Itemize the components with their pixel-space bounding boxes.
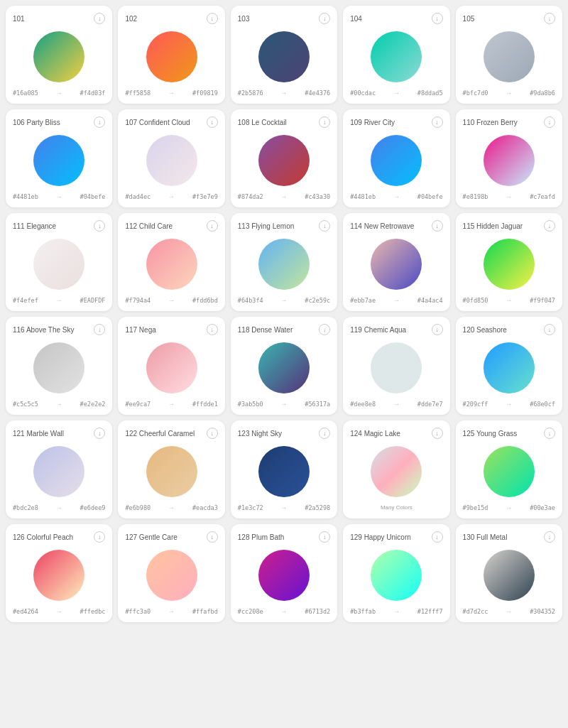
from-color: #0fd850 (463, 297, 488, 304)
download-button[interactable]: ↓ (544, 531, 555, 543)
arrow-icon: → (280, 504, 287, 511)
to-color: #4a4ac4 (417, 297, 443, 304)
to-color: #e6dee9 (80, 504, 106, 511)
color-values: #bdc2e8→#e6dee9 (13, 504, 105, 511)
to-color: #12fff7 (417, 608, 443, 615)
to-color: #8ddad5 (417, 89, 443, 97)
gradient-card: 120 Seashore↓#209cff→#68e0cf (456, 317, 562, 415)
download-button[interactable]: ↓ (207, 324, 218, 335)
download-button[interactable]: ↓ (544, 13, 555, 24)
download-button[interactable]: ↓ (94, 116, 105, 128)
from-color: #ebb7ae (350, 297, 376, 304)
download-button[interactable]: ↓ (319, 116, 330, 128)
card-title: 125 Young Grass (463, 430, 518, 438)
to-color: #68e0cf (530, 401, 555, 408)
to-color: #fdd6bd (192, 297, 218, 304)
download-button[interactable]: ↓ (544, 324, 555, 335)
gradient-circle (146, 31, 197, 82)
download-button[interactable]: ↓ (432, 531, 443, 543)
card-title: 123 Night Sky (238, 430, 282, 438)
gradient-card: 128 Plum Bath↓#cc208e→#6713d2 (231, 524, 337, 622)
gradient-circle (484, 239, 535, 290)
gradient-card: 109 River City↓#4481eb→#04befe (343, 109, 449, 207)
download-button[interactable]: ↓ (432, 428, 443, 439)
gradient-circle (33, 446, 84, 497)
card-title: 127 Gentle Care (125, 533, 177, 541)
arrow-icon: → (56, 297, 62, 304)
card-title: 129 Happy Unicorn (350, 533, 411, 541)
download-button[interactable]: ↓ (319, 220, 330, 232)
to-color: #9da8b6 (530, 89, 555, 97)
color-values: #9be15d→#00e3ae (463, 504, 555, 511)
to-color: #ffafbd (192, 608, 218, 615)
many-colors-label: Many Colors (381, 504, 413, 511)
gradient-circle (484, 342, 535, 393)
download-button[interactable]: ↓ (207, 531, 218, 543)
to-color: #ffedbc (80, 608, 106, 615)
to-color: #e2e2e2 (80, 401, 106, 408)
download-button[interactable]: ↓ (207, 116, 218, 128)
arrow-icon: → (506, 193, 512, 200)
gradient-circle (258, 135, 310, 186)
card-title: 111 Elegance (13, 222, 56, 230)
download-button[interactable]: ↓ (319, 531, 330, 543)
download-button[interactable]: ↓ (432, 220, 443, 232)
download-button[interactable]: ↓ (207, 428, 218, 439)
from-color: #dad4ec (125, 193, 151, 200)
download-button[interactable]: ↓ (432, 13, 443, 24)
to-color: #eacda3 (192, 504, 218, 511)
arrow-icon: → (280, 297, 287, 304)
download-button[interactable]: ↓ (544, 116, 555, 128)
download-button[interactable]: ↓ (94, 324, 105, 335)
card-title: 112 Child Care (125, 222, 173, 230)
to-color: #304352 (530, 608, 555, 615)
to-color: #c2e59c (305, 297, 330, 304)
to-color: #ffdde1 (192, 401, 218, 408)
download-button[interactable]: ↓ (319, 324, 330, 335)
card-title: 120 Seashore (463, 326, 507, 334)
download-button[interactable]: ↓ (94, 13, 105, 24)
card-title: 101 (13, 15, 25, 23)
download-button[interactable]: ↓ (319, 428, 330, 439)
gradient-card: 114 New Retrowave↓#ebb7ae→#4a4ac4 (343, 213, 449, 311)
arrow-icon: → (506, 297, 512, 304)
download-button[interactable]: ↓ (94, 220, 105, 232)
arrow-icon: → (506, 89, 512, 97)
gradient-card: 115 Hidden Jaguar↓#0fd850→#f9f047 (456, 213, 562, 311)
gradient-card: 105↓#bfc7d0→#9da8b6 (456, 6, 562, 104)
arrow-icon: → (393, 193, 400, 200)
download-button[interactable]: ↓ (544, 428, 555, 439)
download-button[interactable]: ↓ (544, 220, 555, 232)
color-values: #0fd850→#f9f047 (463, 297, 555, 304)
color-values: #ff5858→#f09819 (125, 89, 217, 97)
download-button[interactable]: ↓ (94, 531, 105, 543)
download-button[interactable]: ↓ (432, 116, 443, 128)
download-button[interactable]: ↓ (432, 324, 443, 335)
gradient-card: 117 Nega↓#ee9ca7→#ffdde1 (118, 317, 224, 415)
color-values: #1e3c72→#2a5298 (238, 504, 330, 511)
download-button[interactable]: ↓ (94, 428, 105, 439)
card-title: 124 Magic Lake (350, 430, 400, 438)
from-color: #bdc2e8 (13, 504, 38, 511)
color-values: #bfc7d0→#9da8b6 (463, 89, 555, 97)
download-button[interactable]: ↓ (207, 13, 218, 24)
color-values: #c5c5c5→#e2e2e2 (13, 401, 105, 408)
from-color: #4481eb (13, 193, 38, 200)
color-values: #ffc3a0→#ffafbd (125, 608, 217, 615)
from-color: #16a085 (13, 89, 38, 97)
color-values: #4481eb→#04befe (350, 193, 442, 200)
download-button[interactable]: ↓ (319, 13, 330, 24)
gradient-card: 129 Happy Unicorn↓#b3ffab→#12fff7 (343, 524, 449, 622)
to-color: #c43a30 (305, 193, 330, 200)
color-values: #f4efef→#EADFDF (13, 297, 105, 304)
color-values: #d7d2cc→#304352 (463, 608, 555, 615)
from-color: #9be15d (463, 504, 488, 511)
card-title: 113 Flying Lemon (238, 222, 295, 230)
gradient-card: 127 Gentle Care↓#ffc3a0→#ffafbd (118, 524, 224, 622)
gradient-circle (258, 446, 310, 497)
from-color: #4481eb (350, 193, 376, 200)
download-button[interactable]: ↓ (207, 220, 218, 232)
card-title: 121 Marble Wall (13, 430, 64, 438)
arrow-icon: → (506, 401, 512, 408)
gradient-card: 119 Chemic Aqua↓#dee8e8→#dde7e7 (343, 317, 449, 415)
